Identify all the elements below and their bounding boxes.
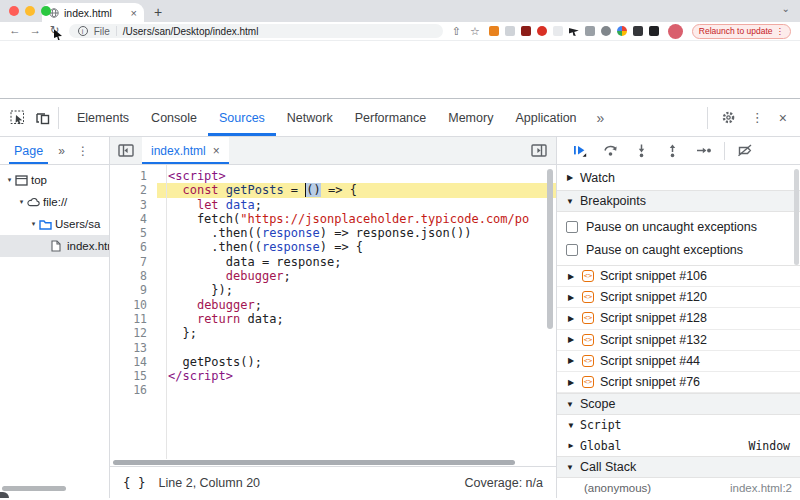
relaunch-to-update-button[interactable]: Relaunch to update ⋮ — [692, 24, 791, 39]
collapsed-triangle-icon[interactable]: ▶ — [566, 378, 576, 387]
checkbox-unchecked[interactable] — [566, 221, 578, 233]
code-line-5[interactable]: 5 .then((response) => response.json()) — [110, 226, 556, 240]
forward-button[interactable]: → — [30, 25, 42, 37]
pinwheel-extension-icon[interactable] — [617, 26, 627, 36]
devtools-tab-elements[interactable]: Elements — [66, 99, 140, 136]
line-number[interactable]: 5 — [110, 226, 157, 240]
code-line-7[interactable]: 7 data = response; — [110, 255, 556, 269]
reload-button[interactable]: ↻ — [50, 25, 60, 37]
code-editor[interactable]: 1<script>2 const getPosts = () => {3 let… — [110, 165, 556, 498]
file-tab-index-html[interactable]: index.html × — [142, 137, 229, 164]
tree-item-index-html[interactable]: index.html — [0, 235, 109, 257]
tab-close-icon[interactable]: × — [131, 7, 137, 19]
address-bar[interactable]: i File /Users/san/Desktop/index.html — [69, 24, 443, 38]
line-number[interactable]: 4 — [110, 212, 157, 226]
step-out-icon[interactable] — [665, 143, 680, 158]
line-number[interactable]: 16 — [110, 383, 157, 397]
code-line-8[interactable]: 8 debugger; — [110, 269, 556, 283]
code-line-9[interactable]: 9 }); — [110, 283, 556, 297]
script-snippet-row[interactable]: ▶<>Script snippet #44 — [557, 351, 800, 372]
tree-item-users-sa[interactable]: ▾Users/sa — [0, 213, 109, 235]
gray-ring-extension-icon[interactable] — [601, 26, 611, 36]
sidebar-menu-kebab-icon[interactable]: ⋮ — [77, 144, 89, 158]
settings-gear-icon[interactable] — [721, 110, 736, 125]
code-line-15[interactable]: 15</script> — [110, 369, 556, 383]
gray-badge-extension-icon[interactable] — [585, 26, 595, 36]
line-number[interactable]: 10 — [110, 298, 157, 312]
bookmark-star-icon[interactable]: ☆ — [470, 26, 480, 37]
script-snippet-row[interactable]: ▶<>Script snippet #106 — [557, 266, 800, 287]
devtools-close-icon[interactable]: × — [779, 110, 787, 126]
toggle-navigator-sidebar-icon[interactable] — [110, 137, 142, 164]
devtools-tab-performance[interactable]: Performance — [344, 99, 438, 136]
tree-horizontal-scrollbar[interactable] — [2, 486, 66, 491]
resume-script-execution-icon[interactable] — [572, 143, 587, 158]
sidebar-tab-page[interactable]: Page — [9, 137, 48, 164]
code-line-14[interactable]: 14 getPosts(); — [110, 355, 556, 369]
devtools-tab-sources[interactable]: Sources — [208, 99, 276, 136]
code-line-3[interactable]: 3 let data; — [110, 198, 556, 212]
line-number[interactable]: 11 — [110, 312, 157, 326]
deactivate-breakpoints-icon[interactable] — [737, 143, 753, 158]
devtools-menu-kebab-icon[interactable]: ⋮ — [751, 110, 764, 125]
new-tab-button[interactable]: + — [154, 4, 162, 20]
browser-tab[interactable]: index.html × — [42, 3, 144, 22]
watch-section-header[interactable]: ▶ Watch — [557, 165, 800, 190]
scope-item-global[interactable]: ▶ Global Window — [557, 436, 800, 457]
line-number[interactable]: 8 — [110, 269, 157, 283]
line-number[interactable]: 6 — [110, 240, 157, 254]
code-line-1[interactable]: 1<script> — [110, 169, 556, 183]
code-line-12[interactable]: 12 }; — [110, 326, 556, 340]
code-area[interactable]: 1<script>2 const getPosts = () => {3 let… — [110, 165, 556, 459]
red-circle-extension-icon[interactable] — [537, 26, 547, 36]
more-tabs-icon[interactable]: » — [588, 110, 614, 126]
tree-expand-caret-icon[interactable]: ▾ — [4, 176, 15, 184]
pretty-print-braces-icon[interactable]: { } — [123, 475, 146, 490]
toggle-debugger-sidebar-icon[interactable] — [522, 137, 556, 164]
minimize-window-button[interactable] — [25, 6, 35, 16]
pale-extension-icon[interactable] — [553, 26, 563, 36]
zoom-window-button[interactable] — [41, 6, 51, 16]
code-line-13[interactable]: 13 — [110, 341, 556, 355]
close-window-button[interactable] — [9, 6, 19, 16]
dark-extension-icon[interactable] — [633, 26, 643, 36]
device-toolbar-icon[interactable] — [35, 111, 51, 125]
script-snippet-row[interactable]: ▶<>Script snippet #128 — [557, 308, 800, 329]
code-line-4[interactable]: 4 fetch("https://jsonplaceholder.typicod… — [110, 212, 556, 226]
line-number[interactable]: 7 — [110, 255, 157, 269]
back-button[interactable]: ← — [9, 25, 21, 37]
line-number[interactable]: 14 — [110, 355, 157, 369]
collapsed-triangle-icon[interactable]: ▶ — [566, 335, 576, 344]
devtools-tab-application[interactable]: Application — [504, 99, 587, 136]
line-number[interactable]: 3 — [110, 198, 157, 212]
line-number[interactable]: 2 — [110, 183, 157, 197]
collapsed-triangle-icon[interactable]: ▶ — [566, 314, 576, 323]
line-number[interactable]: 13 — [110, 341, 157, 355]
call-stack-frame[interactable]: (anonymous) index.html:2 — [557, 478, 800, 498]
code-line-10[interactable]: 10 debugger; — [110, 298, 556, 312]
script-snippet-row[interactable]: ▶<>Script snippet #132 — [557, 330, 800, 351]
scope-item-script[interactable]: ▼ Script — [557, 415, 800, 436]
tree-item-file-[interactable]: ▾file:// — [0, 191, 109, 213]
collapsed-triangle-icon[interactable]: ▶ — [566, 293, 576, 302]
scope-section-header[interactable]: ▼ Scope — [557, 393, 800, 415]
breakpoints-section-header[interactable]: ▼ Breakpoints — [557, 190, 800, 212]
script-snippet-row[interactable]: ▶<>Script snippet #120 — [557, 287, 800, 308]
file-tab-close-icon[interactable]: × — [213, 144, 220, 158]
sidebar-more-tabs-icon[interactable]: » — [58, 144, 65, 158]
inspect-element-icon[interactable] — [10, 110, 25, 125]
share-icon[interactable]: ⇧ — [452, 26, 461, 37]
devtools-tab-console[interactable]: Console — [140, 99, 208, 136]
code-line-6[interactable]: 6 .then((response) => { — [110, 240, 556, 254]
pause-exception-row[interactable]: Pause on caught exceptions — [557, 238, 800, 261]
info-icon[interactable]: i — [78, 26, 88, 36]
gray-light-extension-icon[interactable] — [505, 26, 515, 36]
line-number[interactable]: 1 — [110, 169, 157, 183]
checkbox-unchecked[interactable] — [566, 244, 578, 256]
devtools-tab-network[interactable]: Network — [276, 99, 344, 136]
code-line-11[interactable]: 11 return data; — [110, 312, 556, 326]
dark-red-extension-icon[interactable] — [521, 26, 531, 36]
profile-avatar[interactable] — [668, 24, 683, 39]
code-line-16[interactable]: 16 — [110, 383, 556, 397]
metamask-extension-icon[interactable] — [489, 26, 499, 36]
